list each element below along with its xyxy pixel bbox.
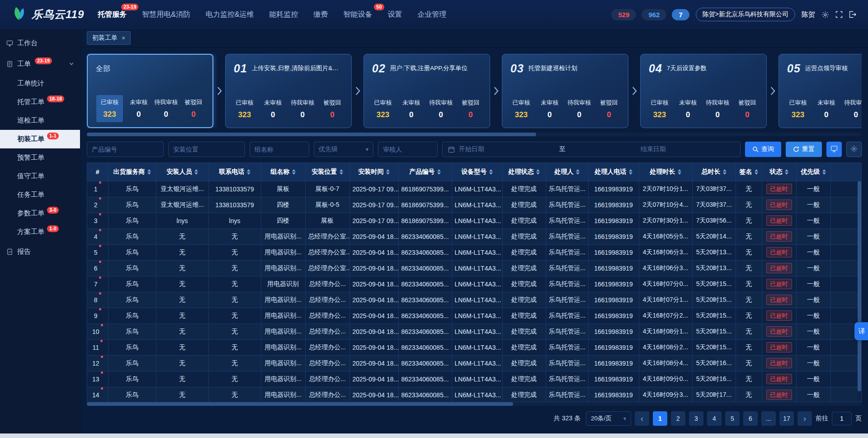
- table-row[interactable]: 14乐鸟无无用电器识别...总经理办公...2025-09-04 18...86…: [87, 387, 862, 402]
- reset-button[interactable]: 重置: [786, 142, 822, 157]
- counter-red[interactable]: 529: [611, 9, 636, 20]
- page-button-5[interactable]: 5: [725, 411, 740, 426]
- table-row[interactable]: 1乐鸟亚太银河运维...13381033579展板展板-0-72025-09-1…: [87, 181, 862, 197]
- scrollbar-thumb[interactable]: [858, 181, 861, 391]
- fullscreen-icon[interactable]: [835, 11, 843, 18]
- cards-scrollbar[interactable]: [87, 133, 862, 136]
- table-row[interactable]: 11乐鸟无无用电器识别...总经理办公...2025-09-04 18...86…: [87, 339, 862, 355]
- nav-item-payment[interactable]: 缴费: [314, 7, 328, 22]
- table-row[interactable]: 8乐鸟无无用电器识别...总经理办公...2025-09-04 18...862…: [87, 292, 862, 308]
- sidebar-item-warning-orders[interactable]: 预警工单: [0, 148, 80, 167]
- chevron-right-icon[interactable]: [767, 86, 778, 96]
- column-header-10[interactable]: 处理人: [546, 163, 588, 181]
- column-header-13[interactable]: 总时长: [692, 163, 736, 181]
- column-header-16[interactable]: 优先级: [796, 163, 830, 181]
- date-range-picker[interactable]: 开始日期 至 结束日期: [442, 142, 741, 157]
- status-card-step-03[interactable]: 03托管新建巡检计划已审核323未审核0待我审核0被驳回0: [502, 54, 628, 128]
- close-icon[interactable]: ×: [122, 35, 125, 41]
- sidebar-item-inspection-orders[interactable]: 巡检工单: [0, 111, 80, 130]
- page-button-2[interactable]: 2: [671, 411, 685, 426]
- page-button-6[interactable]: 6: [743, 411, 758, 426]
- table-row[interactable]: 7乐鸟无无用电器识别总经理办公...2025-09-04 18...862334…: [87, 276, 862, 292]
- page-button-3[interactable]: 3: [689, 411, 703, 426]
- column-header-9[interactable]: 处理状态: [502, 163, 546, 181]
- sidebar-item-workbench[interactable]: 工作台: [0, 33, 80, 53]
- table-row[interactable]: 4乐鸟无无用电器识别...总经理办公室...2025-09-04 18...86…: [87, 229, 862, 244]
- table-row[interactable]: 2乐鸟亚太银河运维...13381033579四楼展板-0-52025-09-1…: [87, 197, 862, 213]
- column-header-12[interactable]: 处理时长: [639, 163, 692, 181]
- column-header-3[interactable]: 联系电话: [208, 163, 261, 181]
- table-row[interactable]: 6乐鸟无无用电器识别...总经理办公室...2025-09-04 18...86…: [87, 260, 862, 276]
- counter-cyan[interactable]: 7: [672, 9, 689, 20]
- column-header-2[interactable]: 安装人员: [156, 163, 208, 181]
- status-card-step-05[interactable]: 05运营点领导审核已审核323未审核0待我审核0被驳回0: [778, 54, 862, 128]
- logout-icon[interactable]: [849, 11, 856, 18]
- column-header-8[interactable]: 设备型号: [452, 163, 502, 181]
- display-settings-button[interactable]: [826, 142, 842, 157]
- chevron-right-icon[interactable]: [628, 86, 640, 96]
- filter-reviewer[interactable]: [378, 142, 438, 157]
- gear-icon[interactable]: [821, 11, 829, 19]
- sidebar-item-param-orders[interactable]: 参数工单3-0: [0, 204, 80, 223]
- page-size-select[interactable]: 20条/页 ▾: [586, 411, 631, 426]
- page-button-4[interactable]: 4: [707, 411, 722, 426]
- sidebar-item-task-orders[interactable]: 任务工单: [0, 186, 80, 204]
- status-card-step-01[interactable]: 01上传安装,归整,清除前后图片&视频已审核323未审核0待我审核0被驳回0: [225, 54, 352, 128]
- nav-item-managed-service[interactable]: 托管服务23-19: [98, 7, 127, 22]
- column-header-4[interactable]: 组名称: [261, 163, 305, 181]
- chevron-right-icon[interactable]: [352, 86, 363, 96]
- prev-page-button[interactable]: ‹: [635, 411, 649, 426]
- next-page-button[interactable]: ›: [797, 411, 812, 426]
- nav-item-energy-monitor[interactable]: 能耗监控: [269, 7, 298, 22]
- column-header-11[interactable]: 处理人电话: [588, 163, 639, 181]
- column-header-14[interactable]: 签名: [736, 163, 762, 181]
- search-button[interactable]: 查询: [745, 142, 781, 157]
- column-header-15[interactable]: 状态: [762, 163, 796, 181]
- nav-item-power-monitor-ops[interactable]: 电力监控&运维: [206, 7, 254, 22]
- table-row[interactable]: 5乐鸟无无用电器识别...总经理办公室...2025-09-04 18...86…: [87, 244, 862, 260]
- page-button-17[interactable]: 17: [779, 411, 794, 426]
- column-settings-button[interactable]: [846, 142, 862, 157]
- table-vertical-scrollbar[interactable]: [858, 181, 861, 400]
- column-header-6[interactable]: 安装时间: [349, 163, 398, 181]
- filter-priority[interactable]: 优先级▾: [314, 142, 373, 157]
- sidebar-item-duty-orders[interactable]: 值守工单: [0, 167, 80, 186]
- sidebar-item-workorders[interactable]: 工单23-19: [0, 53, 80, 74]
- logo[interactable]: 乐鸟云119: [12, 6, 84, 23]
- sidebar-item-managed-orders[interactable]: 托管工单18-18: [0, 93, 80, 111]
- filter-install-location[interactable]: [168, 142, 245, 157]
- chevron-right-icon[interactable]: [490, 86, 502, 96]
- table-row[interactable]: 10乐鸟无无用电器识别...总经理办公...2025-09-04 18...86…: [87, 324, 862, 339]
- nav-item-enterprise-mgmt[interactable]: 企业管理: [418, 7, 447, 22]
- table-row[interactable]: 13乐鸟无无用电器识别...总经理办公...2025-09-04 18...86…: [87, 371, 862, 387]
- translate-float-button[interactable]: 译: [854, 322, 868, 340]
- window-scrollbar[interactable]: [0, 433, 868, 438]
- column-header-5[interactable]: 安装位置: [305, 163, 349, 181]
- nav-item-settings[interactable]: 设置: [388, 7, 402, 22]
- tab-initial-install[interactable]: 初装工单 ×: [87, 31, 131, 45]
- status-card-step-02[interactable]: 02用户:下载,注册APP,分享单位已审核323未审核0待我审核0被驳回0: [363, 54, 490, 128]
- sidebar-item-workorder-stats[interactable]: 工单统计: [0, 74, 80, 93]
- company-selector[interactable]: 陈贺>新北京乐鸟科技有限公司: [696, 8, 795, 21]
- chevron-right-icon[interactable]: [213, 86, 225, 96]
- table-horizontal-scrollbar[interactable]: [87, 402, 862, 406]
- filter-group-name[interactable]: [250, 142, 309, 157]
- sidebar-item-plan-orders[interactable]: 方案工单1-0: [0, 223, 80, 241]
- status-card-all[interactable]: 全部已审核323未审核0待我审核0被驳回0: [87, 54, 213, 128]
- counter-blue[interactable]: 962: [642, 9, 666, 20]
- page-button-1[interactable]: 1: [653, 411, 667, 426]
- table-row[interactable]: 9乐鸟无无用电器识别...总经理办公...2025-09-04 18...862…: [87, 308, 862, 324]
- filter-product-no[interactable]: [87, 142, 164, 157]
- nav-item-smart-power-fire[interactable]: 智慧用电&消防: [142, 7, 190, 22]
- goto-page-input[interactable]: [832, 412, 852, 425]
- status-card-step-04[interactable]: 047天后设置参数已审核323未审核0待我审核0被驳回0: [640, 54, 767, 128]
- table-row[interactable]: 3乐鸟lnyslnys四楼展板2025-09-17 09...861869075…: [87, 213, 862, 229]
- nav-item-smart-devices[interactable]: 智能设备50: [344, 7, 373, 22]
- column-header-1[interactable]: 出货服务商: [108, 163, 156, 181]
- table-row[interactable]: 12乐鸟无无用电器识别...总经理办公...2025-09-04 18...86…: [87, 355, 862, 371]
- scrollbar-thumb[interactable]: [87, 402, 513, 406]
- sidebar-item-initial-install-orders[interactable]: 初装工单1-1: [0, 130, 80, 148]
- sidebar-item-report[interactable]: 报告: [0, 241, 80, 262]
- column-header-7[interactable]: 产品编号: [398, 163, 452, 181]
- pagination-ellipsis[interactable]: ...: [761, 411, 776, 426]
